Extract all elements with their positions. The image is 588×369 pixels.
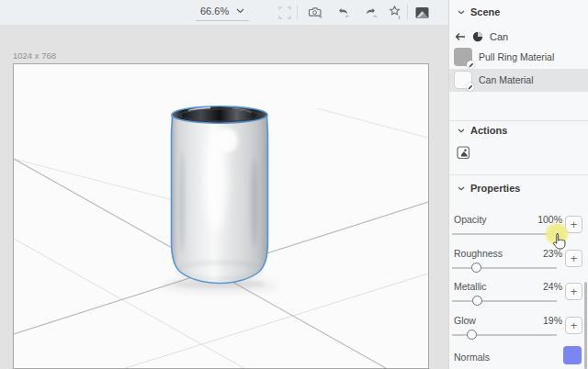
- camera-redo-button[interactable]: ¬: [362, 5, 378, 20]
- property-value: 100%: [537, 214, 562, 225]
- camera-bookmark-add-button[interactable]: +: [307, 5, 322, 20]
- material-name: Can Material: [479, 74, 534, 85]
- property-row-opacity: Opacity 100% +: [449, 214, 588, 243]
- zoom-level-value: 66.6%: [200, 6, 229, 17]
- material-swatch[interactable]: [454, 48, 472, 66]
- property-label: Opacity: [454, 214, 487, 225]
- camera-bookmark-saved-button[interactable]: ı: [387, 5, 402, 20]
- 3d-object-icon: [472, 31, 483, 42]
- material-row-can[interactable]: Can Material: [449, 69, 588, 92]
- section-divider: [449, 174, 588, 175]
- camera-undo-button[interactable]: ⌐: [334, 5, 350, 20]
- viewport-workspace: 1024 x 768: [0, 25, 448, 369]
- chevron-down-icon: [458, 129, 465, 133]
- property-value: 23%: [543, 248, 562, 259]
- opacity-slider[interactable]: [452, 229, 557, 240]
- property-row-metallic: Metallic 24% +: [449, 281, 588, 310]
- svg-text:+: +: [319, 14, 322, 19]
- breadcrumb: Can: [455, 29, 508, 44]
- property-value: 24%: [543, 281, 562, 292]
- 3d-viewport-canvas[interactable]: [13, 63, 429, 369]
- scene-title: Scene: [470, 6, 500, 17]
- actions-title: Actions: [470, 125, 507, 136]
- replace-graphic-action-button[interactable]: [455, 144, 471, 161]
- zoom-to-fit-icon: [277, 5, 292, 20]
- 3d-scene: [14, 64, 428, 368]
- roughness-slider-handle[interactable]: [471, 263, 481, 273]
- slider-track: [452, 233, 557, 235]
- metallic-slider-handle[interactable]: [472, 296, 482, 306]
- slider-track: [452, 300, 557, 302]
- pencil-badge-icon: [466, 83, 474, 91]
- object-name: Can: [490, 31, 508, 42]
- slider-track: [452, 267, 557, 269]
- svg-text:¬: ¬: [373, 13, 377, 19]
- render-preview-icon[interactable]: [414, 5, 430, 20]
- material-swatch[interactable]: [454, 71, 472, 89]
- add-texture-button[interactable]: +: [565, 283, 582, 300]
- glow-slider-handle[interactable]: [467, 330, 477, 340]
- scene-section-header[interactable]: Scene: [458, 6, 500, 17]
- can-3d-model[interactable]: [161, 106, 278, 293]
- toolbar-divider: [297, 5, 298, 19]
- app-window: { "toolbar": { "zoom_value": "66.6%", "i…: [0, 0, 588, 369]
- properties-section-header[interactable]: Properties: [458, 183, 520, 194]
- property-label: Glow: [454, 315, 476, 326]
- svg-text:⌐: ⌐: [345, 13, 349, 19]
- canvas-size-label: 1024 x 768: [13, 50, 56, 61]
- property-row-glow: Glow 19% +: [449, 315, 588, 344]
- add-texture-button[interactable]: +: [565, 216, 582, 233]
- property-label: Metallic: [454, 281, 487, 292]
- scene-panel: Scene Can Pull Ring Material Can Materia…: [448, 0, 588, 369]
- section-divider: [449, 120, 588, 121]
- roughness-slider[interactable]: [452, 263, 557, 274]
- top-toolbar: 66.6% + ⌐ ¬ ı: [0, 0, 448, 25]
- chevron-down-icon: [236, 8, 244, 14]
- property-row-roughness: Roughness 23% +: [449, 248, 588, 277]
- normals-color-swatch[interactable]: [563, 346, 582, 364]
- chevron-down-icon: [458, 10, 465, 15]
- panel-scrollbar[interactable]: [584, 282, 587, 369]
- properties-title: Properties: [470, 183, 520, 194]
- opacity-slider-handle[interactable]: [552, 229, 562, 239]
- glow-slider[interactable]: [452, 330, 557, 341]
- property-row-normals: Normals: [449, 346, 588, 368]
- back-arrow-icon[interactable]: [455, 32, 466, 41]
- svg-text:ı: ı: [398, 14, 400, 20]
- property-label: Normals: [454, 352, 490, 363]
- add-texture-button[interactable]: +: [565, 250, 582, 267]
- actions-section-header[interactable]: Actions: [458, 125, 507, 136]
- property-label: Roughness: [454, 248, 503, 259]
- add-texture-button[interactable]: +: [565, 317, 582, 334]
- property-value: 19%: [543, 315, 562, 326]
- zoom-level-dropdown[interactable]: 66.6%: [196, 3, 249, 21]
- material-row-pull-ring[interactable]: Pull Ring Material: [449, 46, 588, 69]
- pencil-badge-icon: [467, 61, 475, 69]
- toolbar-divider: [407, 5, 408, 19]
- chevron-down-icon: [458, 186, 465, 191]
- metallic-slider[interactable]: [452, 296, 557, 307]
- material-name: Pull Ring Material: [479, 51, 554, 62]
